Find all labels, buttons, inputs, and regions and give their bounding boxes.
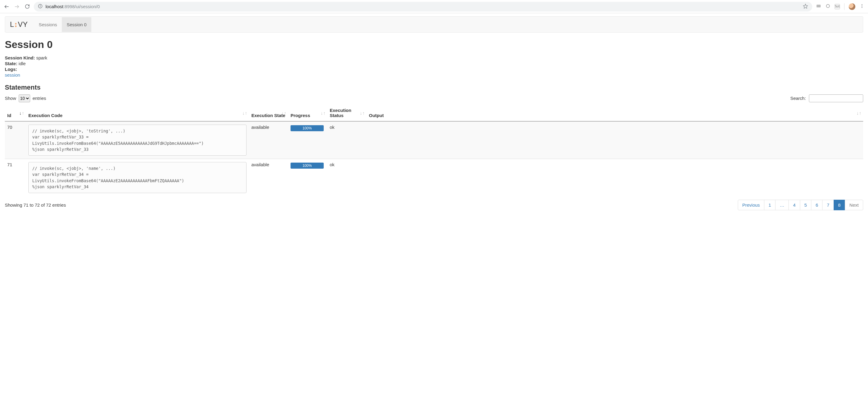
svg-marker-5 bbox=[803, 4, 807, 8]
page-title: Session 0 bbox=[5, 38, 863, 50]
length-control: Show 10 entries bbox=[5, 94, 46, 102]
col-code-label: Execution Code bbox=[28, 113, 62, 118]
svg-point-9 bbox=[862, 5, 862, 6]
extension-tex-icon[interactable]: TeX bbox=[835, 4, 840, 9]
session-state-value: idle bbox=[19, 61, 26, 66]
svg-point-8 bbox=[862, 4, 862, 5]
entries-label: entries bbox=[33, 96, 46, 101]
bookmark-star-icon[interactable] bbox=[803, 4, 808, 10]
logo-letter-l: L bbox=[10, 20, 14, 28]
forward-button[interactable] bbox=[14, 4, 20, 10]
sort-icon: ↓↑ bbox=[281, 110, 286, 116]
col-header-status[interactable]: Execution Status ↓↑ bbox=[327, 105, 367, 121]
show-label: Show bbox=[5, 96, 16, 101]
pagination-page[interactable]: 7 bbox=[822, 200, 834, 210]
sort-icon: ↓↑ bbox=[19, 110, 24, 116]
livy-logo[interactable]: L↕VY bbox=[10, 20, 28, 29]
progress-bar-track: 100% bbox=[290, 125, 324, 131]
search-control: Search: bbox=[790, 94, 863, 102]
session-log-link[interactable]: session bbox=[5, 73, 20, 78]
code-block: // invoke(sc, <jobj>, 'toString', ...) v… bbox=[28, 124, 247, 156]
sort-icon: ↓↑ bbox=[321, 110, 326, 116]
cell-id: 70 bbox=[5, 121, 26, 159]
svg-point-7 bbox=[827, 4, 830, 7]
col-header-output[interactable]: Output ↓↑ bbox=[367, 105, 863, 121]
cell-output bbox=[367, 159, 863, 196]
cell-output bbox=[367, 121, 863, 159]
browser-extensions: TeX bbox=[816, 3, 864, 10]
pagination: Previous1…45678Next bbox=[738, 200, 863, 210]
kebab-menu-icon[interactable] bbox=[860, 4, 864, 10]
pagination-previous[interactable]: Previous bbox=[738, 200, 764, 210]
page-content: L↕VY Sessions Session 0 Session 0 Sessio… bbox=[0, 13, 868, 219]
svg-rect-6 bbox=[816, 4, 821, 7]
col-header-code[interactable]: Execution Code ↓↑ bbox=[26, 105, 249, 121]
session-state-label: State: bbox=[5, 61, 18, 66]
session-state-row: State: idle bbox=[5, 61, 863, 66]
nav-sessions[interactable]: Sessions bbox=[34, 17, 62, 32]
table-row: 70// invoke(sc, <jobj>, 'toString', ...)… bbox=[5, 121, 863, 159]
session-kind-row: Session Kind: spark bbox=[5, 55, 863, 60]
progress-bar-track: 100% bbox=[290, 163, 324, 169]
col-header-state[interactable]: Execution State ↓↑ bbox=[249, 105, 288, 121]
col-status-label: Execution Status bbox=[330, 108, 351, 118]
logo-arrow-icon: ↕ bbox=[14, 20, 18, 28]
cell-status: ok bbox=[327, 121, 367, 159]
pagination-page[interactable]: 8 bbox=[834, 200, 845, 210]
pagination-page[interactable]: 1 bbox=[764, 200, 775, 210]
app-navbar: L↕VY Sessions Session 0 bbox=[5, 16, 863, 33]
nav-buttons bbox=[4, 4, 30, 10]
pagination-page[interactable]: 4 bbox=[788, 200, 800, 210]
col-output-label: Output bbox=[369, 113, 384, 118]
url-path: :8998/ui/session/0 bbox=[63, 4, 100, 9]
cell-status: ok bbox=[327, 159, 367, 196]
pagination-next[interactable]: Next bbox=[845, 200, 863, 210]
divider bbox=[844, 3, 844, 10]
progress-bar-fill: 100% bbox=[290, 125, 324, 131]
col-header-progress[interactable]: Progress ↓↑ bbox=[288, 105, 327, 121]
datatable-info: Showing 71 to 72 of 72 entries bbox=[5, 202, 66, 207]
progress-bar-fill: 100% bbox=[290, 163, 324, 169]
cell-id: 71 bbox=[5, 159, 26, 196]
back-button[interactable] bbox=[4, 4, 10, 10]
site-info-icon[interactable] bbox=[38, 4, 42, 9]
statements-table: Id ↓↑ Execution Code ↓↑ Execution State … bbox=[5, 105, 863, 196]
session-logs-row: Logs: bbox=[5, 67, 863, 72]
session-kind-label: Session Kind: bbox=[5, 55, 35, 60]
length-select[interactable]: 10 bbox=[19, 94, 30, 102]
datatable-footer: Showing 71 to 72 of 72 entries Previous1… bbox=[5, 200, 863, 210]
datatable-controls: Show 10 entries Search: bbox=[5, 94, 863, 102]
nav-session-0[interactable]: Session 0 bbox=[62, 17, 91, 32]
session-kind-value: spark bbox=[36, 55, 47, 60]
browser-toolbar: localhost:8998/ui/session/0 TeX bbox=[0, 0, 868, 13]
sort-icon: ↓↑ bbox=[360, 110, 365, 116]
statements-heading: Statements bbox=[5, 84, 863, 91]
url-host: localhost bbox=[45, 4, 63, 9]
col-state-label: Execution State bbox=[251, 113, 285, 118]
cell-code: // invoke(sc, <jobj>, 'toString', ...) v… bbox=[26, 121, 249, 159]
col-progress-label: Progress bbox=[290, 113, 310, 118]
pagination-page[interactable]: 6 bbox=[811, 200, 823, 210]
cell-progress: 100% bbox=[288, 121, 327, 159]
reload-button[interactable] bbox=[24, 4, 30, 10]
url-text: localhost:8998/ui/session/0 bbox=[45, 4, 100, 9]
profile-avatar[interactable] bbox=[849, 3, 855, 10]
code-block: // invoke(sc, <jobj>, 'name', ...) var s… bbox=[28, 162, 247, 193]
sort-icon: ↓↑ bbox=[242, 110, 247, 116]
extension-icon[interactable] bbox=[826, 4, 830, 10]
svg-point-4 bbox=[40, 5, 40, 5]
col-header-id[interactable]: Id ↓↑ bbox=[5, 105, 26, 121]
logo-letters-vy: VY bbox=[18, 20, 28, 28]
extension-icon[interactable] bbox=[816, 3, 821, 10]
pagination-ellipsis: … bbox=[775, 200, 789, 210]
cell-state: available bbox=[249, 121, 288, 159]
session-logs-link-row: session bbox=[5, 73, 863, 78]
svg-point-10 bbox=[862, 7, 862, 7]
table-row: 71// invoke(sc, <jobj>, 'name', ...) var… bbox=[5, 159, 863, 196]
address-bar[interactable]: localhost:8998/ui/session/0 bbox=[34, 2, 812, 11]
pagination-page[interactable]: 5 bbox=[800, 200, 811, 210]
sort-icon: ↓↑ bbox=[857, 110, 861, 116]
col-id-label: Id bbox=[7, 113, 11, 118]
search-input[interactable] bbox=[809, 94, 863, 102]
session-logs-label: Logs: bbox=[5, 67, 17, 72]
